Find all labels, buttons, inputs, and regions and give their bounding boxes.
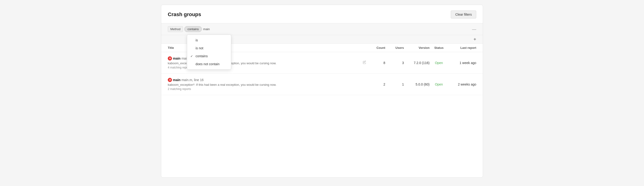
dropdown-item-is[interactable]: is bbox=[187, 36, 231, 44]
column-users: Users bbox=[385, 46, 404, 50]
crash-error-icon: ✕ bbox=[168, 78, 172, 82]
clear-filters-button[interactable]: Clear filters bbox=[451, 11, 476, 19]
cell-count: 8 bbox=[366, 61, 385, 65]
cell-count: 2 bbox=[366, 82, 385, 86]
filter-value-tag[interactable]: main bbox=[203, 27, 210, 31]
cell-version: 5.0.0 (60) bbox=[404, 82, 430, 86]
cell-status: Open bbox=[430, 61, 448, 65]
filter-method-tag[interactable]: Method bbox=[168, 26, 183, 32]
filter-dropdown: is is not contains does not contain bbox=[187, 35, 231, 70]
filter-tag: Method contains main bbox=[168, 26, 210, 32]
crash-title-line: ✕ main main.m, line 16 bbox=[168, 78, 366, 82]
dropdown-item-does-not-contain[interactable]: does not contain bbox=[187, 60, 231, 68]
crash-method: main bbox=[173, 78, 180, 82]
table-row[interactable]: ✕ main main.m, line 16 kaboom_exception*… bbox=[161, 74, 483, 95]
cell-users: 1 bbox=[385, 82, 404, 86]
add-filter-button[interactable]: + bbox=[474, 37, 476, 42]
cell-version: 7.2.0 (116) bbox=[404, 61, 430, 65]
column-last-report: Last report bbox=[448, 46, 476, 50]
cell-status: Open bbox=[430, 82, 448, 86]
column-version: Version bbox=[404, 46, 430, 50]
cell-last-report: 1 week ago bbox=[448, 61, 476, 65]
filter-bar-actions: — bbox=[472, 27, 476, 31]
dropdown-item-is-not[interactable]: is not bbox=[187, 44, 231, 52]
crash-description: kaboom_exception*: If this had been a re… bbox=[168, 83, 366, 86]
column-count: Count bbox=[366, 46, 385, 50]
page-header: Crash groups Clear filters bbox=[161, 5, 483, 23]
crash-location: main.m, line 16 bbox=[182, 78, 204, 82]
crash-info: ✕ main main.m, line 16 kaboom_exception*… bbox=[168, 78, 366, 91]
cell-users: 3 bbox=[385, 61, 404, 65]
note-icon-cell bbox=[362, 60, 366, 65]
crash-error-icon: ✕ bbox=[168, 56, 172, 61]
crash-method: main bbox=[173, 57, 180, 60]
column-status: Status bbox=[430, 46, 448, 50]
filter-contains-tag[interactable]: contains bbox=[184, 26, 202, 32]
crash-match-count: 2 matching reports bbox=[168, 87, 366, 91]
cell-last-report: 2 weeks ago bbox=[448, 82, 476, 86]
main-panel: Crash groups Clear filters Method contai… bbox=[161, 5, 483, 177]
filter-bar: Method contains main — is is not contain… bbox=[161, 23, 483, 35]
note-icon bbox=[362, 60, 366, 65]
page-title: Crash groups bbox=[168, 12, 201, 18]
dropdown-item-contains[interactable]: contains bbox=[187, 52, 231, 60]
remove-filter-button[interactable]: — bbox=[472, 27, 476, 31]
